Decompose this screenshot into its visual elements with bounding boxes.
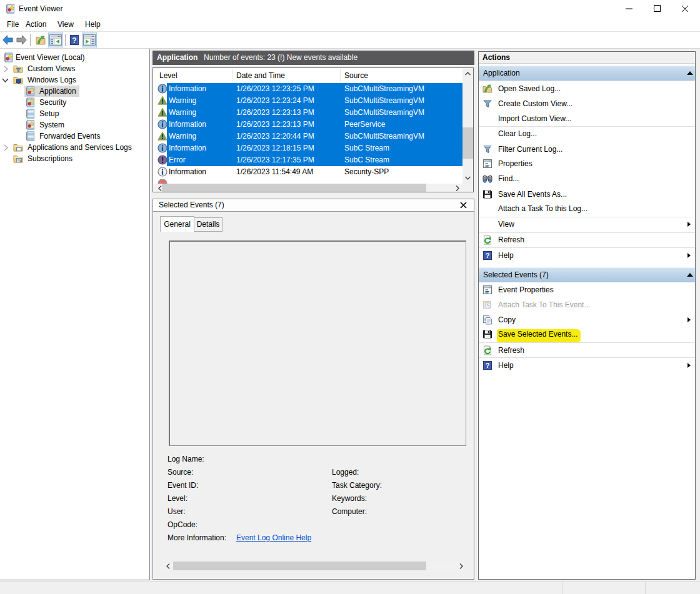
- svg-text:?: ?: [72, 36, 76, 45]
- svg-text:?: ?: [486, 252, 490, 259]
- svg-text:?: ?: [486, 362, 490, 369]
